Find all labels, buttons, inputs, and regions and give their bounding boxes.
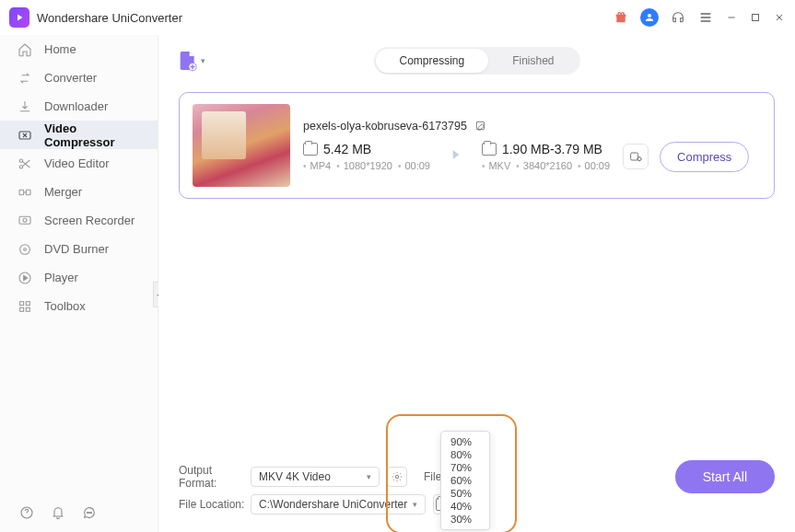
source-resolution: 1080*1920 — [336, 160, 392, 171]
gift-icon[interactable] — [613, 9, 629, 26]
sidebar-item-label: Merger — [44, 185, 82, 199]
target-resolution: 3840*2160 — [516, 160, 572, 171]
folder-icon — [482, 143, 497, 156]
sidebar-item-label: Toolbox — [44, 299, 86, 313]
sidebar-item-player[interactable]: Player — [0, 263, 158, 292]
svg-rect-13 — [20, 307, 24, 311]
target-format: MKV — [482, 160, 510, 171]
chevron-down-icon: ▾ — [413, 500, 417, 509]
help-icon[interactable] — [18, 504, 35, 521]
sidebar-item-label: Converter — [44, 71, 97, 85]
svg-point-17 — [88, 512, 89, 513]
target-specs: 1.90 MB-3.79 MB MKV 3840*2160 00:09 — [482, 142, 610, 171]
sidebar-item-downloader[interactable]: Downloader — [0, 92, 158, 121]
file-location-label: File Location: — [179, 498, 251, 511]
sidebar-item-label: Screen Recorder — [44, 214, 134, 227]
file-name: pexels-olya-kobruseva-6173795 — [303, 120, 467, 133]
svg-rect-11 — [20, 301, 24, 305]
sidebar-item-converter[interactable]: Converter — [0, 64, 158, 92]
file-location-value: C:\Wondershare UniConverter — [259, 498, 407, 511]
user-avatar[interactable] — [640, 8, 659, 27]
sidebar-item-video-editor[interactable]: Video Editor — [0, 149, 158, 178]
tab-finished[interactable]: Finished — [488, 49, 578, 73]
add-file-icon — [179, 50, 197, 72]
size-option[interactable]: 60% — [441, 474, 489, 487]
svg-point-16 — [87, 512, 88, 513]
source-duration: 00:09 — [398, 160, 430, 171]
file-size-dropdown[interactable]: 90% 80% 70% 60% 50% 40% 30% — [440, 431, 490, 530]
chevron-down-icon: ▾ — [367, 472, 371, 481]
svg-rect-4 — [19, 190, 24, 194]
start-all-button[interactable]: Start All — [675, 460, 775, 493]
format-settings-button[interactable] — [387, 467, 407, 487]
sidebar-item-label: DVD Burner — [44, 242, 109, 256]
tab-switcher: Compressing Finished — [373, 47, 579, 75]
settings-button[interactable] — [623, 144, 649, 169]
sidebar-item-label: Player — [44, 271, 78, 284]
sidebar-item-merger[interactable]: Merger — [0, 178, 158, 206]
svg-point-7 — [23, 218, 27, 222]
size-option[interactable]: 30% — [441, 513, 489, 526]
merge-icon — [17, 184, 33, 201]
app-logo — [9, 7, 29, 28]
size-option[interactable]: 70% — [441, 461, 489, 474]
svg-rect-14 — [26, 307, 29, 311]
support-icon[interactable] — [670, 9, 686, 26]
size-option[interactable]: 50% — [441, 487, 489, 500]
disc-icon — [17, 241, 33, 258]
folder-icon — [303, 143, 318, 156]
converter-icon — [17, 70, 33, 87]
compress-icon — [17, 127, 33, 144]
record-icon — [17, 213, 33, 229]
grid-icon — [17, 298, 33, 315]
compress-button[interactable]: Compress — [660, 142, 749, 172]
source-size: 5.42 MB — [323, 142, 371, 156]
video-thumbnail[interactable] — [193, 104, 290, 187]
feedback-icon[interactable] — [81, 504, 98, 521]
arrow-right-icon — [447, 145, 465, 168]
tab-compressing[interactable]: Compressing — [375, 49, 488, 73]
sidebar-item-label: Video Editor — [44, 156, 110, 170]
menu-icon[interactable] — [697, 9, 714, 26]
svg-point-8 — [20, 244, 30, 254]
source-specs: 5.42 MB MP4 1080*1920 00:09 — [303, 142, 430, 171]
sidebar-item-video-compressor[interactable]: Video Compressor — [0, 121, 158, 149]
output-format-label: Output Format: — [179, 464, 251, 490]
home-icon — [17, 41, 33, 58]
output-format-select[interactable]: MKV 4K Video ▾ — [251, 467, 380, 487]
output-format-value: MKV 4K Video — [259, 470, 331, 483]
sidebar-item-label: Downloader — [44, 99, 108, 113]
sidebar-item-dvd-burner[interactable]: DVD Burner — [0, 235, 158, 263]
maximize-button[interactable] — [749, 11, 762, 24]
minimize-button[interactable] — [725, 11, 738, 24]
svg-point-18 — [90, 512, 91, 513]
size-option[interactable]: 90% — [441, 435, 489, 448]
sidebar-item-home[interactable]: Home — [0, 35, 158, 64]
add-file-button[interactable]: ▾ — [179, 50, 205, 72]
chevron-down-icon: ▾ — [201, 56, 205, 65]
sidebar: Home Converter Downloader Video Compress… — [0, 35, 158, 532]
rename-icon[interactable] — [474, 120, 487, 133]
play-icon — [17, 270, 33, 286]
download-icon — [17, 98, 33, 115]
svg-point-23 — [395, 475, 399, 479]
svg-rect-12 — [26, 301, 29, 305]
sidebar-item-screen-recorder[interactable]: Screen Recorder — [0, 206, 158, 235]
svg-point-9 — [24, 248, 27, 250]
svg-rect-5 — [26, 190, 30, 194]
app-title: Wondershare UniConverter — [37, 11, 182, 25]
sidebar-item-toolbox[interactable]: Toolbox — [0, 292, 158, 320]
file-item-card: pexels-olya-kobruseva-6173795 5.42 MB MP… — [179, 92, 775, 199]
size-option[interactable]: 80% — [441, 448, 489, 461]
target-duration: 00:09 — [578, 160, 610, 171]
close-button[interactable] — [773, 11, 786, 24]
sidebar-item-label: Home — [44, 42, 76, 56]
content-area: ▾ Compressing Finished pexels-olya-kobru… — [158, 35, 795, 532]
file-location-select[interactable]: C:\Wondershare UniConverter ▾ — [251, 494, 426, 515]
target-size: 1.90 MB-3.79 MB — [502, 142, 602, 156]
sidebar-item-label: Video Compressor — [44, 121, 141, 149]
scissors-icon — [17, 156, 33, 172]
size-option[interactable]: 40% — [441, 500, 489, 513]
source-format: MP4 — [303, 160, 331, 171]
bell-icon[interactable] — [50, 504, 66, 521]
